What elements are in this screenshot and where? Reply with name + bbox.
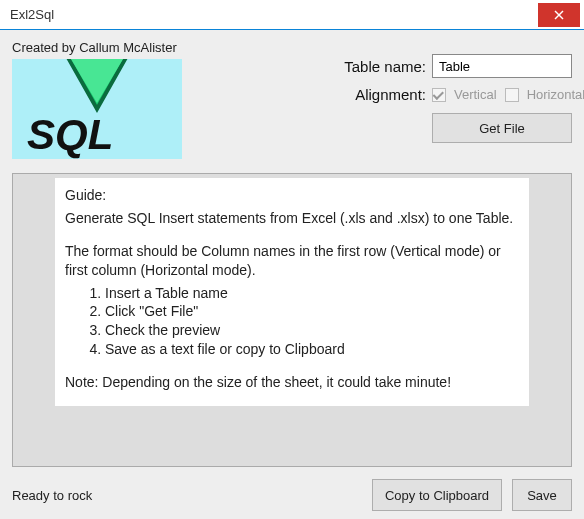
save-button[interactable]: Save — [512, 479, 572, 511]
get-file-row: Get File — [192, 113, 572, 143]
horizontal-checkbox[interactable] — [505, 88, 519, 102]
status-label: Ready to rock — [12, 488, 92, 503]
guide-step: Insert a Table name — [105, 284, 519, 303]
copy-clipboard-button[interactable]: Copy to Clipboard — [372, 479, 502, 511]
guide-intro: Generate SQL Insert statements from Exce… — [65, 209, 519, 228]
horizontal-label: Horizontal — [527, 87, 584, 102]
table-name-row: Table name: — [192, 54, 572, 78]
vertical-label: Vertical — [454, 87, 497, 102]
get-file-button[interactable]: Get File — [432, 113, 572, 143]
right-column: Table name: Alignment: Vertical Horizont… — [192, 40, 572, 143]
alignment-label: Alignment: — [355, 86, 426, 103]
vertical-checkbox[interactable] — [432, 88, 446, 102]
bottom-buttons: Copy to Clipboard Save — [372, 479, 572, 511]
alignment-options: Vertical Horizontal — [432, 87, 572, 102]
logo-text: SQL — [27, 111, 113, 159]
top-row: Created by Callum McAlister SQL Table na… — [12, 40, 572, 159]
alignment-row: Alignment: Vertical Horizontal — [192, 86, 572, 103]
table-name-input[interactable] — [432, 54, 572, 78]
guide-note: Note: Depending on the size of the sheet… — [65, 373, 519, 392]
titlebar: Exl2Sql — [0, 0, 584, 30]
guide-step: Save as a text file or copy to Clipboard — [105, 340, 519, 359]
app-logo: SQL — [12, 59, 182, 159]
guide-steps: Insert a Table name Click "Get File" Che… — [105, 284, 519, 360]
guide-content: Guide: Generate SQL Insert statements fr… — [55, 178, 529, 406]
window-title: Exl2Sql — [10, 7, 54, 22]
bottom-bar: Ready to rock Copy to Clipboard Save — [12, 475, 572, 511]
guide-step: Click "Get File" — [105, 302, 519, 321]
close-icon — [554, 10, 564, 20]
guide-title: Guide: — [65, 186, 519, 205]
table-name-label: Table name: — [344, 58, 426, 75]
guide-step: Check the preview — [105, 321, 519, 340]
left-column: Created by Callum McAlister SQL — [12, 40, 182, 159]
client-area: Created by Callum McAlister SQL Table na… — [0, 30, 584, 519]
guide-format: The format should be Column names in the… — [65, 242, 519, 280]
author-label: Created by Callum McAlister — [12, 40, 182, 55]
guide-panel: Guide: Generate SQL Insert statements fr… — [12, 173, 572, 467]
close-button[interactable] — [538, 3, 580, 27]
